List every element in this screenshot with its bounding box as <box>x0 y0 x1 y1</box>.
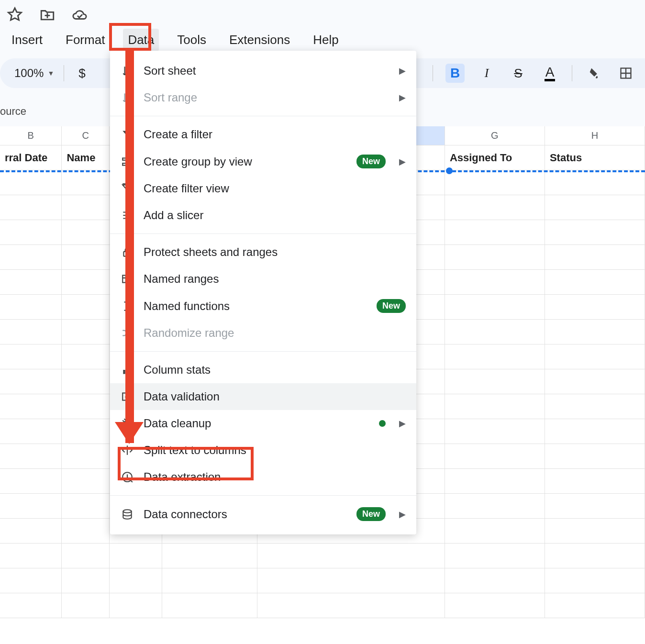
toolbar-separator <box>572 65 572 81</box>
zoom-value: 100% <box>14 67 44 80</box>
menu-item-protect[interactable]: Protect sheets and ranges <box>110 239 416 266</box>
menubar: Insert Format Data Tools Extensions Help <box>7 29 344 51</box>
menu-item-label: Data cleanup <box>144 417 369 430</box>
menu-item-label: Create a filter <box>144 128 406 141</box>
menu-item-filter-view[interactable]: Create filter view <box>110 175 416 202</box>
menu-insert[interactable]: Insert <box>7 29 47 51</box>
menu-format[interactable]: Format <box>61 29 110 51</box>
menu-item-data-extraction[interactable]: Data extraction <box>110 464 416 490</box>
text-color-button[interactable]: A <box>540 64 559 83</box>
menu-separator <box>110 495 416 496</box>
slicer-icon <box>121 209 134 222</box>
menu-item-label: Named ranges <box>144 272 406 286</box>
column-header[interactable]: C <box>62 126 110 145</box>
svg-point-10 <box>123 510 131 513</box>
split-icon <box>121 444 134 457</box>
menu-item-column-stats[interactable]: Column stats <box>110 356 416 383</box>
svg-rect-7 <box>129 368 131 374</box>
extract-icon <box>121 470 134 484</box>
menu-item-named-ranges[interactable]: Named ranges <box>110 266 416 292</box>
group-icon <box>121 155 134 168</box>
menu-item-label: Protect sheets and ranges <box>144 245 406 259</box>
menu-item-label: Data extraction <box>144 470 406 484</box>
menu-separator <box>110 351 416 352</box>
data-menu-dropdown: Sort sheet▶Sort range▶Create a filterCre… <box>110 51 416 534</box>
svg-rect-1 <box>122 158 126 160</box>
header-cell[interactable]: Name <box>62 145 110 170</box>
menu-item-data-cleanup[interactable]: Data cleanup▶ <box>110 410 416 437</box>
indicator-dot <box>379 420 386 427</box>
borders-button[interactable] <box>616 64 635 83</box>
menu-item-sort-sheet[interactable]: Sort sheet▶ <box>110 57 416 84</box>
menu-help[interactable]: Help <box>308 29 343 51</box>
shuffle-icon <box>121 326 134 340</box>
menu-item-named-functions[interactable]: Named functionsNew <box>110 292 416 320</box>
cleanup-icon <box>121 417 134 430</box>
menu-extensions[interactable]: Extensions <box>224 29 295 51</box>
svg-rect-5 <box>123 370 125 374</box>
column-header[interactable]: G <box>445 126 545 145</box>
chevron-right-icon: ▶ <box>399 509 406 520</box>
filter-view-icon <box>121 182 134 195</box>
svg-rect-8 <box>122 393 132 400</box>
bold-button[interactable]: B <box>445 64 465 83</box>
menu-item-label: Create filter view <box>144 182 406 195</box>
toolbar-separator <box>64 65 64 81</box>
menu-separator <box>110 233 416 234</box>
cloud-saved-icon[interactable] <box>72 7 88 26</box>
formula-bar-label: ource <box>0 105 26 118</box>
header-cell[interactable]: rral Date <box>0 145 62 170</box>
filter-icon <box>121 128 134 141</box>
selection-handle[interactable] <box>446 167 453 174</box>
chevron-right-icon: ▶ <box>399 418 406 429</box>
currency-format-button[interactable]: $ <box>69 66 92 81</box>
chevron-right-icon: ▶ <box>399 156 406 167</box>
chevron-right-icon: ▶ <box>399 66 406 76</box>
toolbar-separator <box>433 65 433 81</box>
header-cell[interactable]: Assigned To <box>445 145 545 170</box>
chevron-down-icon: ▼ <box>47 69 54 77</box>
menu-item-label: Data validation <box>144 390 406 403</box>
menu-item-data-connectors[interactable]: Data connectorsNew▶ <box>110 500 416 528</box>
menu-item-split-text[interactable]: Split text to columns <box>110 437 416 464</box>
menu-item-randomize: Randomize range <box>110 320 416 346</box>
svg-rect-3 <box>123 252 131 256</box>
menu-item-add-slicer[interactable]: Add a slicer <box>110 202 416 229</box>
menu-item-label: Add a slicer <box>144 209 406 222</box>
zoom-dropdown[interactable]: 100% ▼ <box>10 65 59 82</box>
svg-rect-6 <box>126 367 128 374</box>
new-badge: New <box>356 155 386 168</box>
new-badge: New <box>356 507 386 521</box>
validation-icon <box>121 390 134 403</box>
menu-item-label: Column stats <box>144 363 406 377</box>
svg-rect-4 <box>122 275 132 282</box>
menu-item-label: Named functions <box>144 300 367 313</box>
star-icon[interactable] <box>7 7 23 26</box>
column-header[interactable]: B <box>0 126 62 145</box>
named-fn-icon <box>121 300 134 313</box>
menu-item-label: Sort range <box>144 91 386 104</box>
stats-icon <box>121 363 134 377</box>
menu-item-label: Split text to columns <box>144 444 406 457</box>
strikethrough-button[interactable]: S <box>509 64 528 83</box>
menu-data[interactable]: Data <box>123 29 159 51</box>
menu-separator <box>110 116 416 116</box>
menu-item-data-validation[interactable]: Data validation <box>110 383 416 410</box>
svg-rect-2 <box>122 163 126 165</box>
chevron-right-icon: ▶ <box>399 92 406 103</box>
named-ranges-icon <box>121 272 134 286</box>
menu-item-label: Create group by view <box>144 155 347 168</box>
menu-tools[interactable]: Tools <box>172 29 211 51</box>
header-cell[interactable]: Status <box>545 145 645 170</box>
fill-color-button[interactable] <box>585 64 604 83</box>
menu-item-sort-range: Sort range▶ <box>110 84 416 111</box>
italic-button[interactable]: I <box>477 64 496 83</box>
sort-sheet-icon <box>121 64 134 78</box>
column-header[interactable]: H <box>545 126 645 145</box>
menu-item-group-by-view[interactable]: Create group by viewNew▶ <box>110 148 416 175</box>
sort-range-icon <box>121 91 134 104</box>
lock-icon <box>121 245 134 259</box>
menu-item-create-filter[interactable]: Create a filter <box>110 121 416 148</box>
menu-item-label: Randomize range <box>144 326 406 340</box>
move-to-drive-icon[interactable] <box>39 7 56 26</box>
